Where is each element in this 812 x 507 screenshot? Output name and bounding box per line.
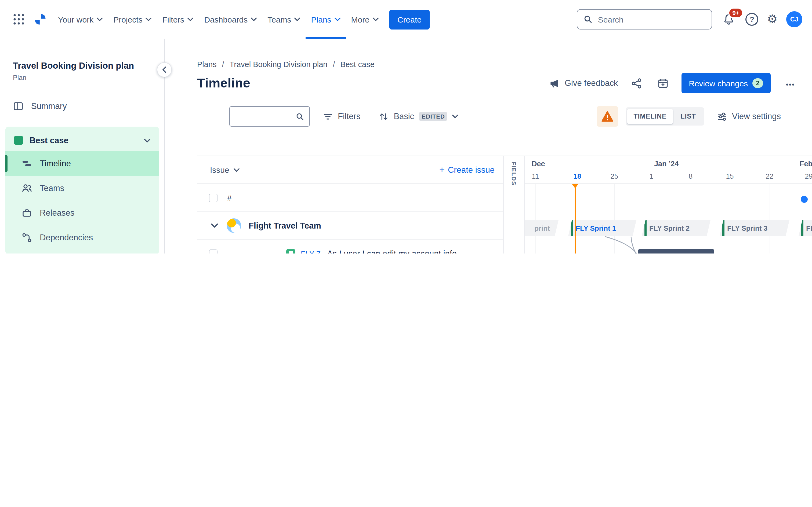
sidebar-item-dependencies[interactable]: Dependencies [5, 225, 159, 250]
view-mode-button[interactable]: Basic EDITED [373, 107, 464, 126]
row-checkbox[interactable] [209, 193, 217, 202]
primary-nav: Your work Projects Filters Dashboards Te… [53, 0, 384, 39]
dependencies-icon [21, 232, 32, 243]
nav-projects[interactable]: Projects [108, 0, 157, 39]
collapse-group-chevron[interactable] [209, 221, 220, 230]
day-tick: 25 [611, 172, 618, 180]
sprint-chip-past[interactable]: print [525, 220, 559, 236]
fields-label: FIELDS [511, 162, 517, 186]
nav-label: Plans [311, 15, 332, 24]
issue-search-input[interactable] [235, 111, 296, 121]
jira-logo-icon[interactable] [33, 12, 47, 26]
timeline-pane[interactable]: Dec Jan ’24 Feb 11 18 25 1 8 15 22 29 [525, 156, 812, 253]
breadcrumb-separator: / [333, 60, 335, 69]
give-feedback-label: Give feedback [565, 78, 618, 88]
calendar-plus-icon [657, 77, 668, 89]
sprint-chip-fly-sprint-3[interactable]: FLY Sprint 3 [720, 220, 790, 236]
nav-label: Filters [162, 15, 185, 24]
nav-your-work[interactable]: Your work [53, 0, 108, 39]
more-actions-button[interactable] [782, 76, 799, 91]
timeline-header-divider [525, 183, 812, 184]
fields-collapsed-column[interactable]: FIELDS [503, 156, 525, 253]
search-input[interactable] [597, 14, 705, 24]
sidebar-item-label: Teams [40, 183, 64, 193]
create-issue-label: Create issue [448, 165, 495, 175]
nav-label: Your work [58, 15, 93, 24]
table-row-fly-7[interactable]: FLY-7 As I user I can edit my account in… [197, 240, 503, 253]
sidebar-item-summary[interactable]: Summary [6, 95, 158, 117]
notifications-button[interactable]: 9+ [721, 11, 737, 27]
navbar-right: 9+ CJ [577, 9, 802, 30]
sidebar-item-label: Releases [40, 208, 74, 218]
gridline [691, 184, 691, 253]
user-avatar[interactable]: CJ [786, 11, 802, 27]
nav-teams[interactable]: Teams [262, 0, 306, 39]
month-label: Dec [532, 160, 545, 168]
nav-more[interactable]: More [346, 0, 384, 39]
breadcrumb-plans[interactable]: Plans [197, 60, 217, 69]
global-search[interactable] [577, 9, 712, 30]
gridline [536, 184, 536, 253]
create-issue-button[interactable]: Create issue [439, 164, 503, 175]
sidebar-item-label: Summary [31, 101, 67, 111]
timeline-icon [21, 158, 32, 169]
sprint-label: FLY Sprint 2 [649, 224, 690, 232]
sprint-chip-fly-sprint-2[interactable]: FLY Sprint 2 [642, 220, 711, 236]
nav-plans[interactable]: Plans [306, 0, 346, 39]
nav-label: Dashboards [204, 15, 248, 24]
story-type-icon [286, 249, 295, 253]
sidebar-item-teams[interactable]: Teams [5, 176, 159, 201]
help-icon[interactable] [746, 13, 759, 26]
sprint-label: print [535, 224, 550, 232]
sidebar-collapse-button[interactable] [157, 62, 172, 77]
nav-dashboards[interactable]: Dashboards [199, 0, 262, 39]
gridline [614, 184, 615, 253]
warning-button[interactable] [596, 106, 618, 127]
share-button[interactable] [628, 75, 644, 91]
sidebar-item-releases[interactable]: Releases [5, 201, 159, 225]
day-tick: 8 [689, 172, 693, 180]
filters-button[interactable]: Filters [317, 107, 366, 126]
breadcrumb-scenario[interactable]: Best case [341, 60, 374, 69]
search-icon [584, 14, 593, 24]
month-label: Feb [800, 160, 812, 168]
issue-search-field[interactable] [229, 106, 310, 127]
tab-list[interactable]: LIST [674, 109, 702, 124]
review-changes-button[interactable]: Review changes 2 [681, 73, 771, 93]
issue-column-header[interactable]: Issue [197, 165, 240, 174]
gridline [809, 184, 809, 253]
table-row-team-group[interactable]: Flight Travel Team [197, 212, 503, 240]
sprint-chip-fly-sprint-4[interactable]: FLY Sprin [799, 220, 812, 236]
gridline [730, 184, 730, 253]
scenario-best-case[interactable]: Best case [5, 128, 159, 151]
sprint-chip-fly-sprint-1[interactable]: FLY Sprint 1 [568, 220, 637, 236]
edited-lozenge: EDITED [419, 112, 448, 121]
sidebar-item-timeline[interactable]: Timeline [5, 151, 159, 176]
row-checkbox[interactable] [209, 249, 217, 253]
app-switcher-icon[interactable] [9, 9, 29, 30]
plan-subtitle: Plan [13, 74, 151, 81]
month-gridline [650, 184, 650, 253]
summary-icon [13, 101, 23, 111]
team-avatar [226, 218, 241, 233]
give-feedback-button[interactable]: Give feedback [549, 77, 618, 89]
chevron-down-icon [234, 168, 240, 172]
tab-timeline[interactable]: TIMELINE [627, 109, 673, 124]
releases-icon [21, 207, 32, 218]
save-view-button[interactable] [655, 75, 670, 91]
plan-table: Issue Create issue FIELDS # [197, 156, 812, 253]
issue-key[interactable]: FLY-7 [301, 249, 321, 253]
sprint-active-bar [645, 220, 647, 236]
gantt-bar-fly-7[interactable] [638, 249, 714, 253]
sliders-icon [717, 111, 727, 121]
view-settings-button[interactable]: View settings [712, 107, 786, 126]
page-title: Timeline [197, 76, 250, 91]
release-marker[interactable] [801, 196, 808, 203]
notification-count-badge: 9+ [728, 7, 743, 18]
plus-icon [439, 164, 445, 175]
create-button[interactable]: Create [389, 9, 429, 29]
nav-label: More [351, 15, 369, 24]
nav-filters[interactable]: Filters [157, 0, 199, 39]
breadcrumb-plan[interactable]: Travel Booking Division plan [230, 60, 327, 69]
settings-gear-icon[interactable] [767, 13, 778, 25]
